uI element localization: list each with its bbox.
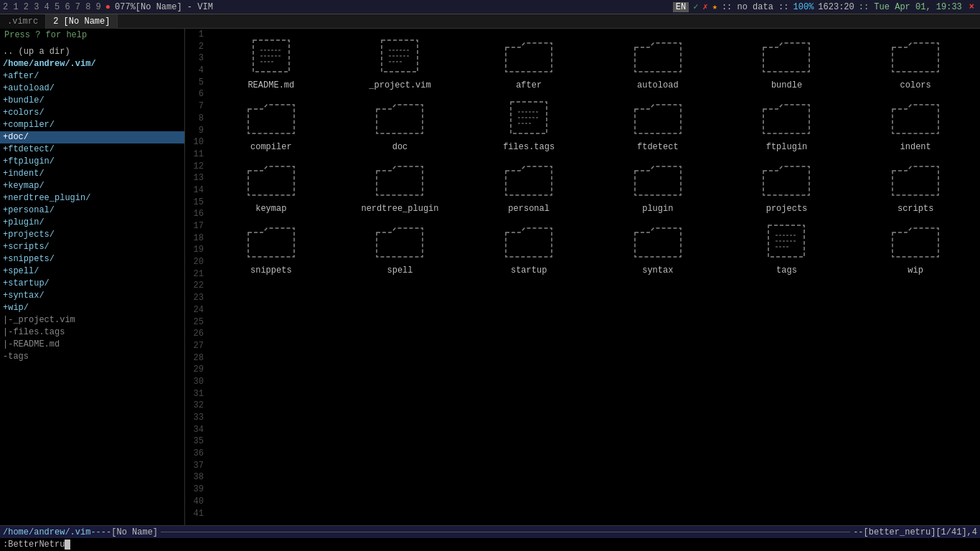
sidebar-item-scripts[interactable]: +scripts/ — [0, 241, 184, 253]
cmd-cursor — [65, 540, 70, 550]
sidebar-item-keymap[interactable]: +keymap/ — [0, 180, 184, 192]
title-tab-numbers: 2 1 2 3 4 5 6 7 8 9 — [3, 2, 101, 12]
sidebar-item-spell[interactable]: +spell/ — [0, 265, 184, 278]
tab-vimrc[interactable]: .vimrc — [0, 14, 46, 29]
netrw-item-ftplugin[interactable]: ftplugin — [722, 93, 852, 155]
sidebar-item-compiler[interactable]: +compiler/ — [0, 119, 184, 131]
file-icon-files-tags — [500, 96, 557, 139]
line-num-21: 21 — [185, 268, 204, 281]
sidebar-item-plugin[interactable]: +plugin/ — [0, 217, 184, 229]
sidebar-item-nerdtree-plugin[interactable]: +nerdtree_plugin/ — [0, 192, 184, 204]
netrw-item-bundle[interactable]: bundle — [722, 32, 852, 93]
netrw-item-after[interactable]: after — [464, 32, 593, 93]
sidebar-item-tags[interactable]: -tags — [0, 351, 184, 363]
netrw-item-compiler[interactable]: compiler — [207, 93, 336, 155]
netrw-item-colors[interactable]: colors — [851, 32, 980, 93]
netrw-item-tags[interactable]: tags — [722, 217, 852, 278]
sidebar-item-files-tags[interactable]: |-files.tags — [0, 326, 184, 339]
netrw-item-personal[interactable]: personal — [464, 155, 593, 217]
datetime-label: :: Tue Apr 01, 19:33 — [859, 2, 962, 12]
netrw-grid: README.md _project.vim after autoload bu… — [207, 29, 980, 281]
netrw-item-spell[interactable]: spell — [336, 217, 465, 278]
netrw-item-plugin[interactable]: plugin — [593, 155, 722, 217]
status-filename: --[No Name] — [101, 527, 158, 537]
netrw-item-indent[interactable]: indent — [851, 93, 980, 155]
folder-icon-scripts — [887, 158, 944, 201]
line-num-15: 15 — [185, 197, 204, 209]
netrw-item--project-vim[interactable]: _project.vim — [336, 32, 465, 93]
line-num-25: 25 — [185, 316, 204, 329]
sidebar-item-doc[interactable]: +doc/ — [0, 131, 184, 143]
sidebar-help-text: Press ? for help — [0, 30, 184, 40]
netrw-item-scripts[interactable]: scripts — [851, 155, 980, 217]
line-num-22: 22 — [185, 280, 204, 292]
sidebar-item-syntax[interactable]: +syntax/ — [0, 290, 184, 302]
netrw-label-indent: indent — [900, 142, 931, 152]
sidebar-item-colors[interactable]: +colors/ — [0, 107, 184, 119]
netrw-item-projects[interactable]: projects — [722, 155, 852, 217]
netrw-item-nerdtree-plugin[interactable]: nerdtree_plugin — [336, 155, 465, 217]
line-num-28: 28 — [185, 352, 204, 364]
netrw-item-autoload[interactable]: autoload — [593, 32, 722, 93]
netrw-item-ftdetect[interactable]: ftdetect — [593, 93, 722, 155]
sidebar-item-root[interactable]: /home/andrew/.vim/ — [0, 58, 184, 70]
line-num-34: 34 — [185, 424, 204, 436]
line-num-35: 35 — [185, 435, 204, 448]
sidebar-item-bundle[interactable]: +bundle/ — [0, 95, 184, 107]
sidebar-item-startup[interactable]: +startup/ — [0, 278, 184, 290]
netrw-item-doc[interactable]: doc — [336, 93, 465, 155]
nerdtree-sidebar: Press ? for help .. (up a dir) /home/and… — [0, 29, 185, 525]
line-num-13: 13 — [185, 172, 204, 184]
netrw-item-wip[interactable]: wip — [851, 217, 980, 278]
sidebar-item-projects[interactable]: +projects/ — [0, 229, 184, 241]
sidebar-item-readme-md[interactable]: |-README.md — [0, 339, 184, 351]
sidebar-item-ftdetect[interactable]: +ftdetect/ — [0, 143, 184, 156]
tab-no-name[interactable]: 2 [No Name] — [46, 14, 118, 29]
sidebar-item-project-vim[interactable]: |-_project.vim — [0, 314, 184, 326]
netrw-label-ftdetect: ftdetect — [637, 142, 679, 152]
sidebar-item-personal[interactable]: +personal/ — [0, 204, 184, 217]
sidebar-item-autoload[interactable]: +autoload/ — [0, 83, 184, 95]
sidebar-item-after[interactable]: +after/ — [0, 70, 184, 83]
title-close-indicator: ● — [105, 2, 110, 12]
netrw-item-README-md[interactable]: README.md — [207, 32, 336, 93]
percent-label: 100% — [793, 2, 814, 12]
netrw-item-files-tags[interactable]: files.tags — [464, 93, 593, 155]
sidebar-item-indent[interactable]: +indent/ — [0, 168, 184, 180]
status-plugin: --[better_netru][1/41],4 — [853, 527, 977, 537]
sidebar-item-ftplugin[interactable]: +ftplugin/ — [0, 156, 184, 168]
sidebar-item-wip[interactable]: +wip/ — [0, 302, 184, 314]
folder-icon-keymap — [242, 158, 300, 201]
netrw-label-plugin: plugin — [642, 204, 673, 214]
netrw-label-tags: tags — [776, 265, 797, 276]
line-num-24: 24 — [185, 304, 204, 316]
status-bar: /home/andrew/.vim-- --[No Name] --[bette… — [0, 525, 980, 538]
line-num-8: 8 — [185, 113, 204, 125]
line-num-27: 27 — [185, 340, 204, 352]
netrw-item-keymap[interactable]: keymap — [207, 155, 336, 217]
sidebar-item-up[interactable]: .. (up a dir) — [0, 46, 184, 58]
folder-icon-projects — [758, 158, 815, 201]
sidebar-item-snippets[interactable]: +snippets/ — [0, 253, 184, 265]
netrw-item-snippets[interactable]: snippets — [207, 217, 336, 278]
window-close-button[interactable]: × — [966, 2, 977, 12]
netrw-label-scripts: scripts — [897, 204, 933, 214]
line-num-40: 40 — [185, 496, 204, 508]
title-bar: 2 1 2 3 4 5 6 7 8 9 ● 077%[No Name] - VI… — [0, 0, 980, 14]
file-icon--project-vim — [371, 34, 428, 77]
line-num-12: 12 — [185, 161, 204, 173]
folder-icon-autoload — [629, 34, 687, 77]
line-num-33: 33 — [185, 412, 204, 424]
line-num-38: 38 — [185, 471, 204, 484]
folder-icon-startup — [500, 220, 557, 263]
netrw-item-syntax[interactable]: syntax — [593, 217, 722, 278]
line-num-11: 11 — [185, 149, 204, 161]
folder-icon-wip — [887, 220, 944, 263]
folder-icon-personal — [500, 158, 557, 201]
netrw-label-files-tags: files.tags — [503, 142, 555, 152]
netrw-label-README-md: README.md — [248, 80, 294, 90]
check-icon: ✓ — [693, 1, 698, 12]
netrw-label-keymap: keymap — [255, 204, 286, 214]
netrw-item-startup[interactable]: startup — [464, 217, 593, 278]
line-num-10: 10 — [185, 136, 204, 149]
